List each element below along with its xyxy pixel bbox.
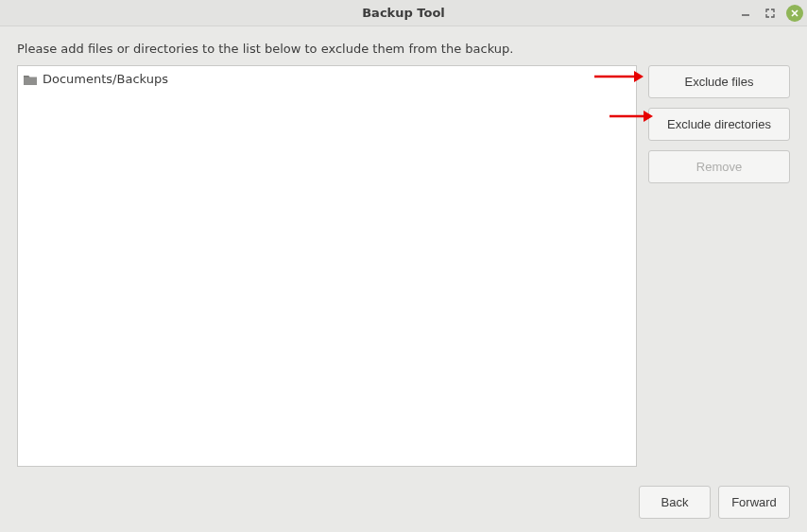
exclude-directories-button[interactable]: Exclude directories — [648, 108, 790, 141]
exclusion-list[interactable]: Documents/Backups — [17, 65, 637, 467]
minimize-icon — [741, 9, 750, 18]
maximize-icon — [765, 9, 775, 18]
forward-button[interactable]: Forward — [718, 486, 790, 519]
window-titlebar: Backup Tool — [0, 0, 807, 26]
list-item[interactable]: Documents/Backups — [24, 70, 630, 88]
wizard-footer: Back Forward — [0, 476, 807, 532]
window-title: Backup Tool — [0, 6, 807, 20]
close-icon — [790, 9, 799, 18]
back-button[interactable]: Back — [639, 486, 711, 519]
side-buttons: Exclude files Exclude directories Remove — [648, 65, 790, 467]
main-row: Documents/Backups Exclude files Exclude … — [17, 65, 790, 467]
list-item-label: Documents/Backups — [43, 72, 168, 86]
close-button[interactable] — [786, 5, 803, 22]
window-controls — [737, 5, 803, 22]
content-area: Please add files or directories to the l… — [0, 26, 807, 476]
minimize-button[interactable] — [737, 5, 754, 22]
remove-button[interactable]: Remove — [648, 150, 790, 183]
maximize-button[interactable] — [762, 5, 779, 22]
folder-icon — [24, 74, 37, 84]
instruction-text: Please add files or directories to the l… — [17, 42, 790, 56]
exclude-files-button[interactable]: Exclude files — [648, 65, 790, 98]
